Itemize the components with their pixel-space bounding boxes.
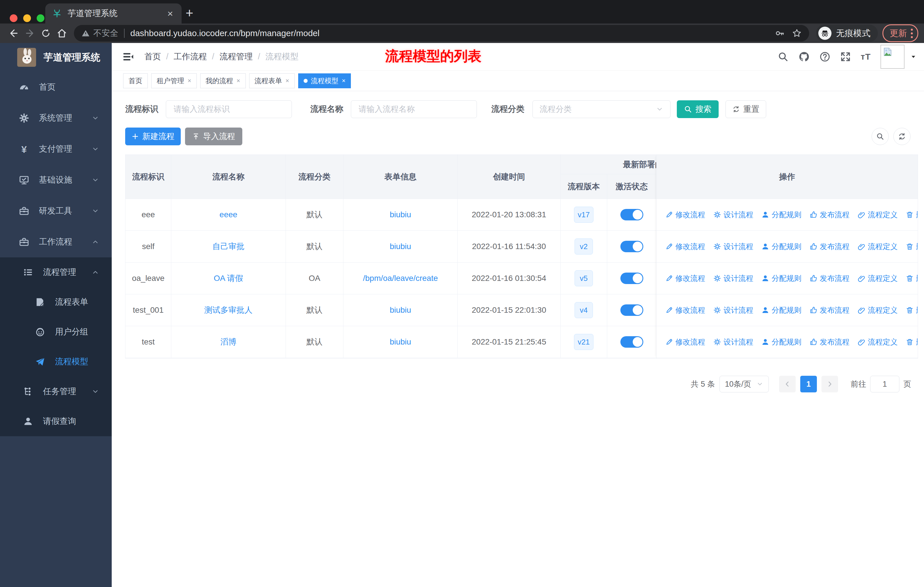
publish-process-link[interactable]: 发布流程 — [809, 273, 850, 283]
tag-process-model[interactable]: 流程模型 × — [298, 73, 351, 88]
reload-icon[interactable] — [38, 25, 54, 41]
fullscreen-icon[interactable] — [840, 51, 851, 62]
menu-dots-icon[interactable] — [911, 29, 913, 38]
tag-close-icon[interactable]: × — [188, 77, 191, 84]
search-icon[interactable] — [778, 51, 789, 62]
process-definition-link[interactable]: 流程定义 — [858, 337, 898, 347]
row-form-link[interactable]: /bpm/oa/leave/create — [363, 274, 438, 283]
bookmark-star-icon[interactable] — [792, 28, 802, 38]
tag-home[interactable]: 首页 — [123, 73, 148, 88]
search-button[interactable]: 搜索 — [677, 100, 719, 118]
sidebar-item-process-form[interactable]: 流程表单 — [0, 287, 112, 317]
goto-page-input[interactable]: 1 — [870, 376, 899, 392]
process-definition-link[interactable]: 流程定义 — [858, 273, 898, 283]
row-name-link[interactable]: 自己审批 — [213, 241, 244, 252]
breadcrumb-workflow[interactable]: 工作流程 — [173, 51, 207, 63]
font-size-icon[interactable]: ᴛT — [861, 52, 871, 62]
create-process-button[interactable]: 新建流程 — [125, 127, 181, 146]
assign-rule-link[interactable]: 分配规则 — [761, 305, 802, 315]
sidebar-item-devtools[interactable]: 研发工具 — [0, 195, 112, 227]
hamburger-icon[interactable] — [122, 51, 134, 63]
modify-process-link[interactable]: 修改流程 — [665, 273, 705, 283]
row-form-link[interactable]: biubiu — [390, 337, 411, 347]
breadcrumb-process-mgmt[interactable]: 流程管理 — [219, 51, 252, 63]
import-process-button[interactable]: 导入流程 — [185, 127, 242, 146]
url-text[interactable]: dashboard.yudao.iocoder.cn/bpm/manager/m… — [130, 28, 775, 38]
process-name-input-field[interactable] — [358, 104, 470, 114]
sidebar-item-task-mgmt[interactable]: 任务管理 — [0, 377, 112, 407]
sidebar-item-leave-query[interactable]: 请假查询 — [0, 407, 112, 436]
publish-process-link[interactable]: 发布流程 — [809, 210, 850, 220]
home-icon[interactable] — [54, 25, 70, 41]
delete-link[interactable]: 删除 — [906, 210, 918, 220]
password-key-icon[interactable] — [775, 28, 784, 38]
tag-my-process[interactable]: 我的流程 × — [200, 73, 246, 88]
row-name-link[interactable]: 滔博 — [221, 336, 237, 347]
sidebar-item-payment[interactable]: ¥ 支付管理 — [0, 134, 112, 165]
caret-down-icon[interactable] — [910, 54, 917, 60]
delete-link[interactable]: 删除 — [906, 305, 918, 315]
address-bar[interactable]: 不安全 dashboard.yudao.iocoder.cn/bpm/manag… — [74, 25, 809, 41]
process-name-input[interactable] — [351, 100, 477, 118]
publish-process-link[interactable]: 发布流程 — [809, 241, 850, 251]
tag-close-icon[interactable]: × — [237, 77, 240, 84]
zoom-window-button[interactable] — [37, 14, 45, 22]
browser-tab[interactable]: 芋道管理系统 × — [45, 3, 182, 23]
breadcrumb-home[interactable]: 首页 — [144, 51, 161, 63]
active-toggle[interactable] — [620, 304, 643, 316]
back-icon[interactable] — [6, 25, 22, 41]
assign-rule-link[interactable]: 分配规则 — [761, 273, 802, 283]
security-status[interactable]: 不安全 — [81, 28, 118, 39]
show-search-button[interactable] — [871, 128, 889, 145]
forward-icon[interactable] — [22, 25, 38, 41]
design-process-link[interactable]: 设计流程 — [713, 337, 753, 347]
process-definition-link[interactable]: 流程定义 — [858, 305, 898, 315]
process-key-input[interactable] — [166, 100, 292, 118]
tag-close-icon[interactable]: × — [285, 77, 289, 84]
process-definition-link[interactable]: 流程定义 — [858, 241, 898, 251]
page-1-button[interactable]: 1 — [800, 376, 817, 392]
delete-link[interactable]: 删除 — [906, 241, 918, 251]
tag-tenant[interactable]: 租户管理 × — [151, 73, 197, 88]
refresh-table-button[interactable] — [893, 128, 911, 145]
window-controls[interactable] — [10, 14, 45, 22]
minimize-window-button[interactable] — [23, 14, 31, 22]
sidebar-item-user-group[interactable]: 用户分组 — [0, 317, 112, 347]
row-form-link[interactable]: biubiu — [390, 210, 411, 219]
design-process-link[interactable]: 设计流程 — [713, 210, 753, 220]
active-toggle[interactable] — [620, 336, 643, 348]
modify-process-link[interactable]: 修改流程 — [665, 210, 705, 220]
active-toggle[interactable] — [620, 241, 643, 252]
row-form-link[interactable]: biubiu — [390, 306, 411, 315]
new-tab-button[interactable]: + — [186, 6, 193, 20]
prev-page-button[interactable] — [779, 376, 796, 392]
process-key-input-field[interactable] — [173, 104, 285, 114]
sidebar-item-infra[interactable]: 基础设施 — [0, 165, 112, 195]
help-icon[interactable] — [820, 51, 830, 62]
active-toggle[interactable] — [620, 273, 643, 284]
design-process-link[interactable]: 设计流程 — [713, 305, 753, 315]
publish-process-link[interactable]: 发布流程 — [809, 305, 850, 315]
assign-rule-link[interactable]: 分配规则 — [761, 210, 802, 220]
sidebar-item-system[interactable]: 系统管理 — [0, 103, 112, 134]
tab-close-icon[interactable]: × — [165, 8, 175, 18]
next-page-button[interactable] — [822, 376, 838, 392]
sidebar-item-process-model[interactable]: 流程模型 — [0, 347, 112, 377]
row-name-link[interactable]: 测试多审批人 — [205, 305, 252, 316]
table-scroll-area[interactable]: 流程标识 流程名称 流程分类 表单信息 创建时间 最新部署的流程定义 流程版本 … — [125, 155, 656, 358]
modify-process-link[interactable]: 修改流程 — [665, 241, 705, 251]
sidebar-item-home[interactable]: 首页 — [0, 72, 112, 103]
delete-link[interactable]: 删除 — [906, 337, 918, 347]
assign-rule-link[interactable]: 分配规则 — [761, 337, 802, 347]
process-definition-link[interactable]: 流程定义 — [858, 210, 898, 220]
browser-menu-update-button[interactable]: 更新 — [883, 24, 918, 42]
sidebar-item-workflow[interactable]: 工作流程 — [0, 227, 112, 257]
modify-process-link[interactable]: 修改流程 — [665, 337, 705, 347]
assign-rule-link[interactable]: 分配规则 — [761, 241, 802, 251]
tag-process-form[interactable]: 流程表单 × — [249, 73, 295, 88]
active-toggle[interactable] — [620, 209, 643, 220]
design-process-link[interactable]: 设计流程 — [713, 273, 753, 283]
delete-link[interactable]: 删除 — [906, 273, 918, 283]
publish-process-link[interactable]: 发布流程 — [809, 337, 850, 347]
github-icon[interactable] — [798, 51, 810, 63]
